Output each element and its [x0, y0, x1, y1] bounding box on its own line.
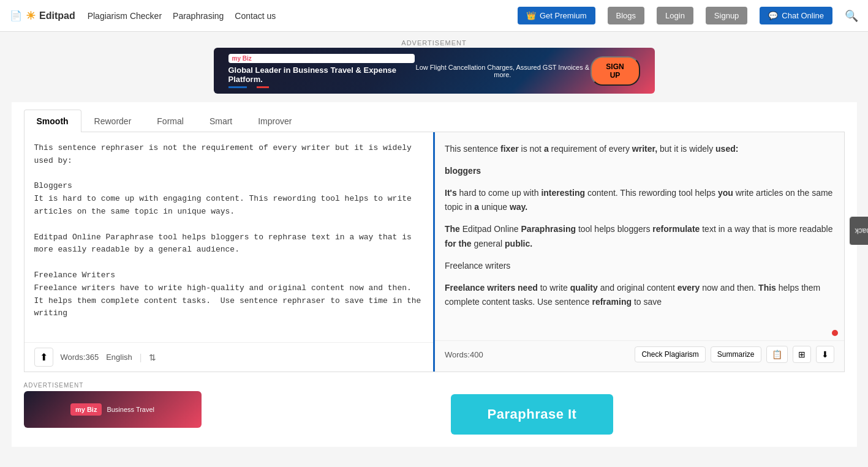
feedback-tab[interactable]: Feedback [850, 217, 868, 245]
login-button[interactable]: Login [657, 7, 693, 24]
editor-right: This sentence fixer is not a requirement… [435, 132, 844, 372]
upload-button[interactable]: ⬆ [34, 348, 53, 367]
nav-contact-us[interactable]: Contact us [235, 11, 276, 21]
tab-formal[interactable]: Formal [144, 110, 197, 132]
editor-area: This sentence rephraser is not the requi… [24, 132, 845, 372]
sort-icon[interactable]: ⇅ [149, 353, 156, 362]
copy-icon: 📋 [772, 349, 782, 359]
logo-icon: 📄 [10, 10, 22, 21]
bold-interesting: interesting [541, 188, 585, 198]
bold-public: public. [505, 239, 532, 248]
navbar: 📄 ☀ Editpad Plagiarism Checker Paraphras… [0, 0, 868, 32]
crown-icon: 👑 [526, 11, 536, 20]
editor-left: This sentence rephraser is not the requi… [25, 132, 436, 372]
output-word-label: Words: [445, 350, 470, 359]
word-count-right: Words:400 [445, 350, 630, 359]
tab-reworder[interactable]: Reworder [81, 110, 145, 132]
nav-links: Plagiarism Checker Paraphrasing Contact … [88, 11, 276, 21]
logo[interactable]: 📄 ☀ Editpad [10, 9, 75, 23]
table-icon: ⊞ [798, 349, 806, 359]
bold-a: a [544, 144, 549, 154]
editor-footer-right: Words:400 Check Plagiarism Summarize 📋 ⊞… [435, 340, 844, 368]
ad-heading: Global Leader in Business Travel & Expen… [228, 65, 415, 84]
nav-paraphrasing[interactable]: Paraphrasing [173, 11, 224, 21]
bold-reframing: reframing [592, 297, 632, 307]
paraphrase-center: Paraphrase It [220, 382, 845, 435]
bold-a2: a [474, 202, 479, 212]
output-word-value: 400 [470, 350, 483, 359]
bottom-ad-logo: my Biz [70, 403, 102, 416]
table-button[interactable]: ⊞ [793, 346, 811, 363]
tab-smooth[interactable]: Smooth [24, 110, 81, 132]
tabs-container: Smooth Reworder Formal Smart Improver [24, 102, 845, 132]
bold-bloggers: bloggers [445, 166, 481, 176]
paraphrase-button[interactable]: Paraphrase It [451, 394, 614, 435]
word-count-left: Words:365 [61, 353, 99, 362]
output-block-3: It's hard to come up with interesting co… [445, 186, 834, 215]
bold-paraphrasing: Paraphrasing [521, 224, 576, 234]
bold-every: every [677, 283, 700, 293]
ad-left-text: my Biz Global Leader in Business Travel … [228, 54, 415, 88]
output-text: This sentence fixer is not a requirement… [435, 132, 844, 340]
bold-you: you [718, 188, 733, 198]
bold-for-the: for the [445, 239, 472, 248]
divider: | [140, 353, 142, 362]
input-textarea[interactable]: This sentence rephraser is not the requi… [25, 132, 434, 340]
signup-button[interactable]: Signup [706, 7, 747, 24]
sun-icon: ☀ [26, 9, 36, 23]
output-block-6: Freelance writers need to write quality … [445, 281, 834, 310]
bold-the: The [445, 224, 460, 234]
logo-text: Editpad [39, 10, 75, 21]
premium-label: Get Premium [540, 11, 587, 20]
language-selector[interactable]: English [106, 353, 132, 362]
download-button[interactable]: ⬇ [816, 346, 834, 363]
bold-its: It's [445, 188, 457, 198]
bottom-ad-text: Business Travel [107, 406, 154, 413]
editor-footer-left: ⬆ Words:365 English | ⇅ [25, 342, 434, 372]
get-premium-button[interactable]: 👑 Get Premium [518, 7, 595, 24]
main-content: Smooth Reworder Formal Smart Improver Th… [12, 102, 857, 447]
bottom-ad: ADVERTISEMENT my Biz Business Travel [24, 382, 208, 428]
bold-this: This [758, 283, 776, 293]
red-dot-indicator [832, 330, 838, 336]
bottom-ad-content: my Biz Business Travel [70, 403, 154, 416]
ad-banner-top: my Biz Global Leader in Business Travel … [214, 48, 655, 94]
output-block-4: The Editpad Online Paraphrasing tool hel… [445, 222, 834, 252]
bold-quality: quality [570, 283, 598, 293]
bold-reformulate: reformulate [652, 224, 700, 234]
tab-improver[interactable]: Improver [245, 110, 304, 132]
summarize-button[interactable]: Summarize [711, 346, 761, 362]
blogs-button[interactable]: Blogs [608, 7, 645, 24]
bold-writer: writer, [632, 144, 657, 154]
bold-fixer: fixer [500, 144, 519, 154]
output-block-1: This sentence fixer is not a requirement… [445, 142, 834, 157]
ad-mid-text: Low Flight Cancellation Charges, Assured… [415, 64, 591, 78]
chat-label: Chat Online [782, 11, 824, 20]
nav-plagiarism-checker[interactable]: Plagiarism Checker [88, 11, 162, 21]
download-icon: ⬇ [821, 349, 829, 359]
search-icon[interactable]: 🔍 [845, 9, 858, 23]
output-block-2: bloggers [445, 164, 834, 179]
bold-way: way. [510, 202, 527, 212]
bold-freelance-writers-need: Freelance writers need [445, 283, 538, 293]
bottom-ad-label: ADVERTISEMENT [24, 382, 208, 389]
bold-used: used: [715, 144, 738, 154]
ad-signup-button[interactable]: SIGN UP [591, 56, 640, 86]
copy-button[interactable]: 📋 [766, 346, 788, 363]
chat-icon: 💬 [768, 11, 778, 20]
tab-smart[interactable]: Smart [197, 110, 245, 132]
word-count-label: Words: [61, 353, 86, 362]
chat-online-button[interactable]: 💬 Chat Online [760, 7, 832, 24]
word-count-value: 365 [85, 353, 99, 362]
check-plagiarism-button[interactable]: Check Plagiarism [635, 346, 705, 362]
ad-label-top: ADVERTISEMENT [0, 35, 868, 48]
bottom-ad-banner: my Biz Business Travel [24, 391, 202, 428]
output-block-5: Freelance writers [445, 259, 834, 274]
ad-logo: my Biz [228, 54, 415, 63]
bottom-section: ADVERTISEMENT my Biz Business Travel Par… [24, 382, 845, 435]
